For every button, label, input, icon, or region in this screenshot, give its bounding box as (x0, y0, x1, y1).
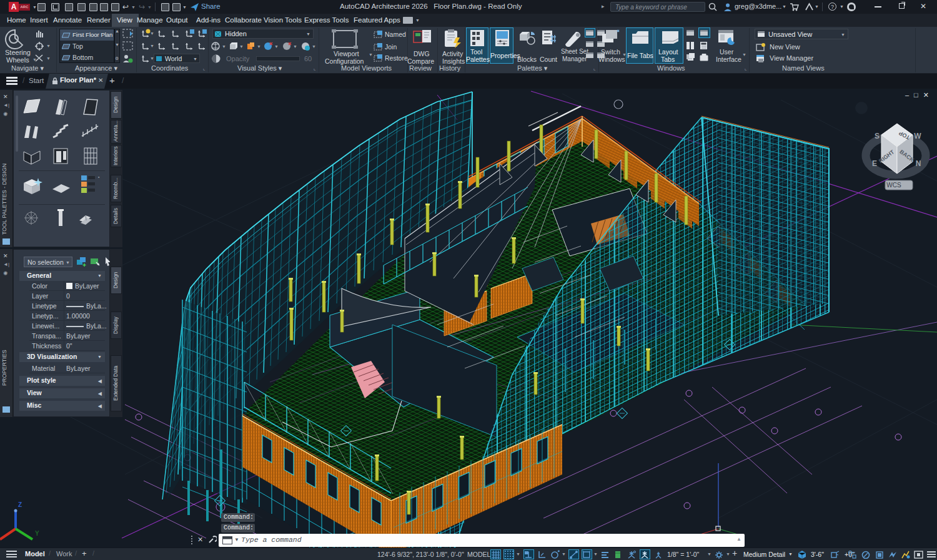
svg-text:E: E (872, 159, 877, 168)
svg-text:Z: Z (18, 501, 22, 508)
svg-text:WCS: WCS (886, 182, 901, 189)
svg-text:Y: Y (35, 530, 39, 537)
svg-text:W: W (914, 132, 921, 140)
svg-text:S: S (875, 132, 880, 140)
svg-text:N: N (916, 159, 921, 168)
